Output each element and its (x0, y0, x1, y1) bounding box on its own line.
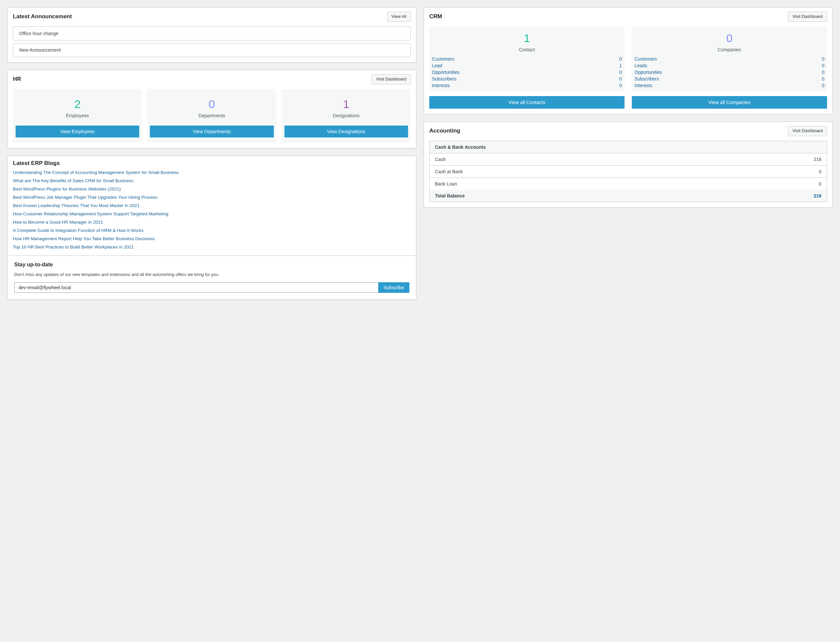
crm-row-label[interactable]: Interests (432, 83, 450, 88)
crm-row-value: 0 (619, 76, 622, 81)
crm-title: CRM (429, 13, 442, 20)
hr-title: HR (13, 76, 21, 83)
accounting-table-header: Cash & Bank Accounts (435, 144, 486, 150)
crm-row-value: 0 (619, 56, 622, 62)
crm-row-value: 0 (822, 83, 824, 88)
accounting-table: Cash & Bank Accounts Cash216Cash at Bank… (429, 141, 827, 202)
accounting-row-value: 216 (814, 157, 821, 162)
accounting-row: Cash216 (430, 153, 827, 165)
accounting-row-value: 0 (819, 181, 821, 186)
crm-row-label[interactable]: Customers (432, 56, 455, 62)
blog-link[interactable]: How HR Management Report Help You Take B… (13, 236, 411, 241)
announcements-view-all-button[interactable]: View All (387, 11, 411, 22)
crm-visit-dashboard-button[interactable]: Visit Dashboard (788, 11, 827, 22)
blog-link[interactable]: Best Known Leadership Theories That You … (13, 203, 411, 208)
blogs-title: Latest ERP Blogs (13, 160, 60, 167)
crm-row: Interests0 (634, 83, 824, 88)
blogs-card: Latest ERP Blogs Understanding The Conce… (7, 156, 416, 300)
crm-row-value: 1 (619, 63, 622, 68)
blog-link[interactable]: Understanding The Concept of Accounting … (13, 170, 411, 175)
hr-stat-box: 0DepartmentsView Departments (147, 89, 276, 143)
crm-row-value: 0 (619, 70, 622, 75)
accounting-visit-dashboard-button[interactable]: Visit Dashboard (788, 126, 827, 136)
hr-card: HR Visit Dashboard 2EmployeesView Employ… (7, 70, 416, 148)
crm-row: Customers0 (432, 56, 622, 62)
hr-stat-button[interactable]: View Designations (284, 126, 408, 138)
crm-panel: 1ContactCustomers0Lead1Opportunities0Sub… (429, 26, 624, 91)
crm-panel-label: Companies (634, 47, 824, 52)
crm-panel: 0CompaniesCustomers0Leads0Opportunities0… (632, 26, 827, 91)
crm-row: Subscribers0 (634, 76, 824, 81)
accounting-row: Cash at Bank0 (430, 165, 827, 178)
blog-link[interactable]: How to Become a Good HR Manager in 2021 (13, 220, 411, 225)
crm-row: Interests0 (432, 83, 622, 88)
crm-row: Opportunities0 (634, 70, 824, 75)
crm-row-value: 0 (822, 56, 824, 62)
hr-stat-value: 0 (150, 98, 273, 110)
announcement-item[interactable]: New Announcement (13, 43, 411, 57)
crm-row: Customers0 (634, 56, 824, 62)
crm-panel-value: 1 (432, 32, 622, 44)
hr-stat-value: 2 (16, 98, 139, 110)
crm-row-value: 0 (822, 63, 824, 68)
subscribe-button[interactable]: Subscribe (378, 282, 409, 293)
crm-row-value: 0 (822, 70, 824, 75)
crm-row: Opportunities0 (432, 70, 622, 75)
accounting-row-value: 0 (819, 169, 821, 174)
hr-stat-label: Employees (16, 113, 139, 118)
crm-panel-label: Contact (432, 47, 622, 52)
crm-view-all-button[interactable]: View all Contacts (429, 96, 624, 109)
crm-row: Subscribers0 (432, 76, 622, 81)
accounting-row-label: Bank Loan (435, 181, 457, 186)
crm-card: CRM Visit Dashboard 1ContactCustomers0Le… (424, 7, 833, 114)
crm-row-label[interactable]: Customers (634, 56, 657, 62)
subscribe-section: Stay up-to-date Don't miss any updates o… (8, 255, 416, 300)
hr-stat-box: 1DesignationsView Designations (282, 89, 411, 143)
accounting-title: Accounting (429, 128, 460, 134)
crm-row-label[interactable]: Leads (634, 63, 647, 68)
blog-link[interactable]: Best WordPress Plugins for Business Webs… (13, 186, 411, 191)
hr-stat-button[interactable]: View Employees (16, 126, 139, 138)
blog-link[interactable]: What are The Key Benefits of Sales CRM f… (13, 178, 411, 183)
crm-row-label[interactable]: Subscribers (634, 76, 659, 81)
announcement-item[interactable]: Office hour change (13, 26, 411, 41)
accounting-card: Accounting Visit Dashboard Cash & Bank A… (424, 122, 833, 208)
blog-link[interactable]: Best WordPress Job Manager Plugin That U… (13, 195, 411, 200)
crm-row-value: 0 (822, 76, 824, 81)
subscribe-note: Don't miss any updates of our new templa… (14, 272, 409, 278)
announcements-title: Latest Announcement (13, 13, 72, 20)
announcements-card: Latest Announcement View All Office hour… (7, 7, 416, 63)
hr-stat-button[interactable]: View Departments (150, 126, 273, 138)
accounting-row-label: Cash at Bank (435, 169, 463, 174)
hr-stat-label: Designations (284, 113, 408, 118)
crm-row: Lead1 (432, 63, 622, 68)
hr-stat-value: 1 (284, 98, 408, 110)
subscribe-title: Stay up-to-date (14, 262, 409, 268)
crm-row-label[interactable]: Opportunities (634, 70, 662, 75)
crm-row-label[interactable]: Subscribers (432, 76, 457, 81)
accounting-row-label: Cash (435, 157, 446, 162)
hr-stat-label: Departments (150, 113, 273, 118)
crm-view-all-button[interactable]: View all Companies (632, 96, 827, 109)
crm-row-label[interactable]: Opportunities (432, 70, 460, 75)
blog-link[interactable]: A Complete Guide to Integration Function… (13, 228, 411, 233)
crm-row-label[interactable]: Lead (432, 63, 442, 68)
accounting-total-value: 216 (814, 193, 821, 198)
crm-row-value: 0 (619, 83, 622, 88)
blog-link[interactable]: How Customer Relationship Management Sys… (13, 211, 411, 216)
hr-stat-box: 2EmployeesView Employees (13, 89, 142, 143)
crm-row-label[interactable]: Interests (634, 83, 652, 88)
subscribe-email-input[interactable] (14, 282, 378, 293)
crm-panel-value: 0 (634, 32, 824, 44)
accounting-row: Bank Loan0 (430, 178, 827, 190)
crm-row: Leads0 (634, 63, 824, 68)
hr-visit-dashboard-button[interactable]: Visit Dashboard (372, 74, 411, 84)
blog-link[interactable]: Top 10 HR Best Practices to Build Better… (13, 245, 411, 250)
accounting-total-label: Total Balance (435, 193, 465, 198)
